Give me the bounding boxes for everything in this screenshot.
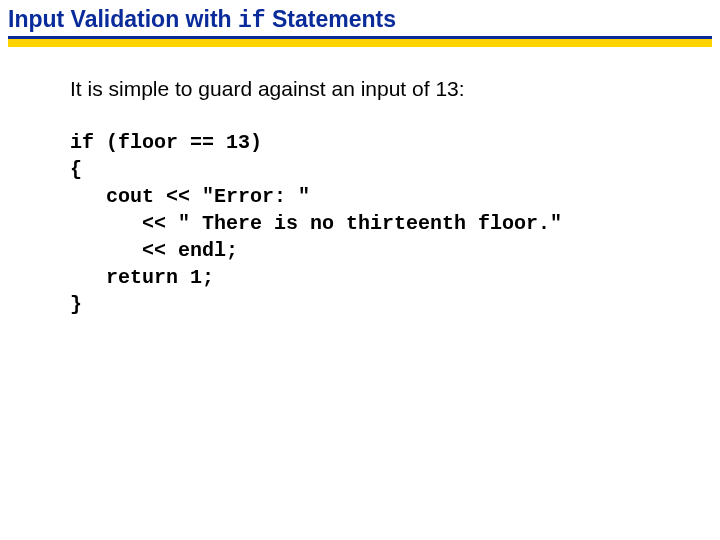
title-underline — [8, 36, 712, 47]
code-line-6: return 1; — [70, 266, 214, 289]
title-part2: Statements — [266, 6, 396, 32]
code-line-2: { — [70, 158, 82, 181]
code-line-5: << endl; — [70, 239, 238, 262]
slide-title: Input Validation with if Statements — [8, 6, 396, 32]
title-code: if — [238, 8, 266, 34]
code-line-3: cout << "Error: " — [70, 185, 310, 208]
code-line-7: } — [70, 293, 82, 316]
code-block: if (floor == 13) { cout << "Error: " << … — [70, 129, 706, 318]
underline-yellow — [8, 39, 712, 47]
title-part1: Input Validation with — [8, 6, 238, 32]
slide: Input Validation with if Statements It i… — [0, 0, 720, 540]
code-line-1: if (floor == 13) — [70, 131, 262, 154]
slide-body: It is simple to guard against an input o… — [0, 49, 720, 318]
code-line-4: << " There is no thirteenth floor." — [70, 212, 562, 235]
title-bar: Input Validation with if Statements — [0, 0, 720, 49]
intro-text: It is simple to guard against an input o… — [70, 77, 706, 101]
